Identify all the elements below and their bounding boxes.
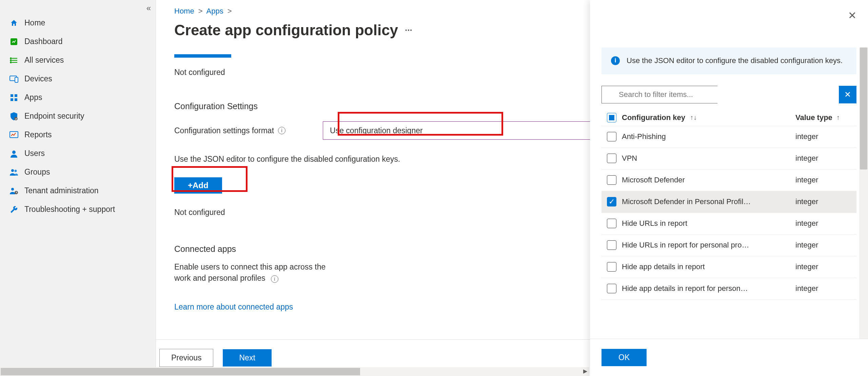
svg-rect-11 — [11, 98, 13, 101]
svg-point-16 — [11, 169, 14, 172]
sidebar-item-label: All services — [24, 56, 64, 65]
learn-more-link[interactable]: Learn more about connected apps — [174, 302, 293, 312]
sidebar-item-tenant-admin[interactable]: Tenant administration — [0, 181, 156, 200]
svg-point-13 — [14, 117, 18, 120]
clear-search-button[interactable]: ✕ — [839, 86, 856, 103]
sidebar-item-label: Endpoint security — [24, 112, 84, 121]
config-format-select[interactable]: Use configuration designer — [323, 121, 594, 140]
row-checkbox[interactable] — [607, 154, 616, 163]
info-icon[interactable]: i — [278, 127, 285, 134]
scrollbar-thumb[interactable] — [1, 368, 360, 375]
sidebar-item-label: Users — [24, 149, 45, 158]
config-row[interactable]: Hide URLs in report for personal pro…int… — [601, 235, 856, 256]
label-config-format: Configuration settings format i — [174, 126, 285, 135]
connected-apps-desc-text: Enable users to connect this app across … — [174, 262, 326, 282]
info-icon[interactable]: i — [271, 275, 278, 283]
row-checkbox[interactable] — [607, 175, 616, 185]
sort-up-icon: ↑ — [836, 114, 840, 121]
next-button[interactable]: Next — [223, 349, 271, 367]
config-format-value: Use configuration designer — [330, 126, 423, 135]
svg-point-6 — [11, 62, 12, 63]
more-actions-icon[interactable]: ··· — [405, 25, 412, 36]
config-key-label: Hide app details in report — [622, 262, 705, 271]
sidebar-item-reports[interactable]: Reports — [0, 125, 156, 144]
close-icon[interactable]: ✕ — [848, 9, 856, 21]
reports-icon — [9, 131, 18, 139]
config-row[interactable]: ✓Microsoft Defender in Personal Profil…i… — [601, 191, 856, 213]
horizontal-scrollbar[interactable]: ◀ ▶ — [0, 367, 589, 376]
sidebar-item-label: Home — [24, 18, 45, 27]
add-button[interactable]: +Add — [174, 177, 222, 194]
left-sidebar: « Home Dashboard All services Devices Ap… — [0, 0, 156, 376]
sidebar-item-label: Devices — [24, 74, 52, 83]
apps-icon — [9, 94, 18, 102]
config-key-label: Hide URLs in report — [622, 219, 687, 228]
scroll-right-icon[interactable]: ▶ — [583, 368, 587, 374]
sidebar-item-users[interactable]: Users — [0, 144, 156, 163]
search-input[interactable] — [601, 86, 717, 103]
sidebar-item-home[interactable]: Home — [0, 14, 156, 32]
value-type-label: integer — [795, 219, 818, 228]
config-row[interactable]: Hide URLs in reportinteger — [601, 213, 856, 235]
value-type-label: integer — [795, 176, 818, 184]
select-all-checkbox[interactable] — [607, 113, 616, 122]
sidebar-item-label: Reports — [24, 130, 52, 139]
value-type-label: integer — [795, 132, 818, 141]
row-checkbox[interactable] — [607, 284, 616, 293]
svg-point-15 — [12, 151, 16, 154]
sidebar-item-all-services[interactable]: All services — [0, 51, 156, 70]
config-row[interactable]: Hide app details in reportinteger — [601, 256, 856, 278]
config-key-label: Microsoft Defender — [622, 176, 685, 184]
svg-point-18 — [11, 188, 14, 191]
table-header: Configuration key ↑↓ Value type ↑ — [601, 110, 856, 126]
config-row[interactable]: Microsoft Defenderinteger — [601, 170, 856, 191]
config-key-label: Microsoft Defender in Personal Profil… — [622, 197, 751, 206]
config-key-label: Hide app details in report for person… — [622, 284, 748, 293]
config-row[interactable]: VPNinteger — [601, 148, 856, 170]
config-keys-panel: ✕ i Use the JSON editor to configure the… — [590, 0, 868, 376]
sidebar-item-groups[interactable]: Groups — [0, 163, 156, 181]
config-key-label: Hide URLs in report for personal pro… — [622, 241, 749, 250]
flyout-scrollbar-thumb[interactable] — [860, 47, 867, 170]
column-header-key[interactable]: Configuration key ↑↓ — [622, 113, 795, 122]
list-icon — [9, 56, 18, 64]
row-checkbox[interactable] — [607, 262, 616, 272]
svg-point-4 — [11, 58, 12, 59]
sidebar-item-endpoint-security[interactable]: Endpoint security — [0, 107, 156, 125]
row-checkbox[interactable] — [607, 240, 616, 250]
row-checkbox[interactable] — [607, 132, 616, 141]
sidebar-item-label: Tenant administration — [24, 186, 99, 195]
svg-point-17 — [15, 170, 17, 172]
svg-rect-12 — [15, 98, 17, 101]
row-checkbox[interactable] — [607, 219, 616, 228]
config-row[interactable]: Hide app details in report for person…in… — [601, 278, 856, 300]
info-callout-text: Use the JSON editor to configure the dis… — [627, 56, 843, 66]
sidebar-collapse-icon[interactable]: « — [146, 3, 151, 13]
value-type-label: integer — [795, 284, 818, 293]
sidebar-item-dashboard[interactable]: Dashboard — [0, 32, 156, 51]
breadcrumb-apps[interactable]: Apps — [206, 7, 223, 15]
group-icon — [9, 168, 18, 176]
sidebar-item-devices[interactable]: Devices — [0, 70, 156, 88]
breadcrumb-home[interactable]: Home — [174, 7, 194, 15]
config-key-label: VPN — [622, 154, 637, 163]
config-row[interactable]: Anti-Phishinginteger — [601, 126, 856, 148]
value-type-label: integer — [795, 154, 818, 163]
label-config-format-text: Configuration settings format — [174, 126, 274, 135]
previous-button[interactable]: Previous — [159, 349, 213, 367]
config-rows-container: Anti-PhishingintegerVPNintegerMicrosoft … — [601, 126, 856, 300]
ok-button[interactable]: OK — [601, 349, 647, 366]
row-checkbox[interactable]: ✓ — [607, 197, 616, 206]
user-icon — [9, 150, 18, 158]
value-type-label: integer — [795, 262, 818, 271]
page-title-text: Create app configuration policy — [174, 22, 398, 39]
dashboard-icon — [9, 38, 18, 46]
sidebar-item-apps[interactable]: Apps — [0, 88, 156, 107]
sidebar-item-troubleshoot[interactable]: Troubleshooting + support — [0, 200, 156, 219]
column-header-value[interactable]: Value type ↑ — [795, 113, 856, 122]
info-icon: i — [611, 56, 620, 65]
value-type-label: integer — [795, 241, 818, 250]
sidebar-item-label: Troubleshooting + support — [24, 205, 115, 214]
svg-rect-10 — [15, 94, 17, 97]
svg-rect-8 — [15, 77, 18, 82]
